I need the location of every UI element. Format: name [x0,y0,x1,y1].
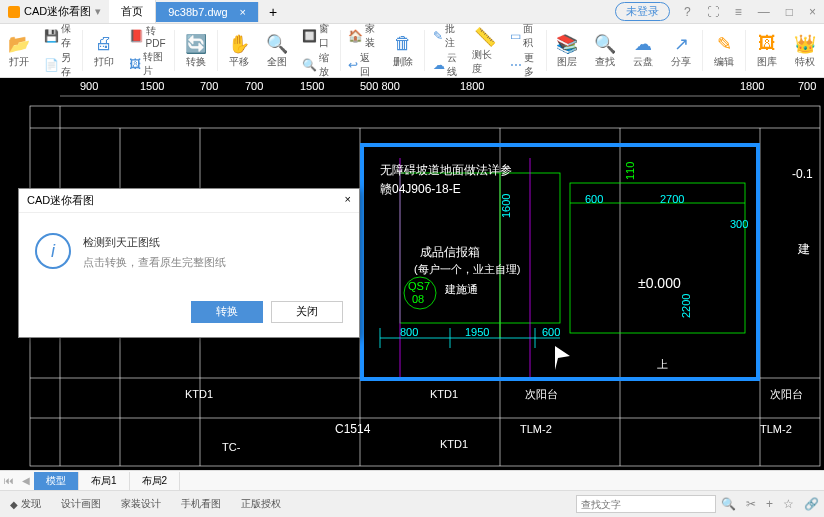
minimize-icon[interactable]: — [750,5,778,19]
maximize-icon[interactable]: □ [778,5,801,19]
tab-prev-icon[interactable]: ◀ [18,475,34,486]
svg-text:-0.1: -0.1 [792,167,813,181]
svg-text:C1514: C1514 [335,422,371,436]
new-tab-button[interactable]: + [259,4,287,20]
delete-button[interactable]: 🗑删除 [384,24,422,77]
svg-text:KTD1: KTD1 [440,438,468,450]
expand-icon[interactable]: ⛶ [699,5,727,19]
zoom-group[interactable]: 🔲窗口 🔍缩放 [296,24,338,77]
svg-text:1800: 1800 [460,80,484,92]
export-group[interactable]: 📕转PDF 🖼转图片 [123,24,173,77]
close-button[interactable]: 关闭 [271,301,343,323]
svg-text:700: 700 [200,80,218,92]
decor-button[interactable]: 家装设计 [111,497,171,511]
screenshot-icon[interactable]: ✂ [741,497,761,511]
save-group[interactable]: 💾保存 📄另存 [38,24,80,77]
layout-tabs: ⏮ ◀ 模型 布局1 布局2 [0,470,824,490]
statusbar: ◆ 发现 设计画图 家装设计 手机看图 正版授权 🔍 ✂ + ☆ 🔗 [0,490,824,517]
gallery-button[interactable]: 🖼图库 [748,24,786,77]
close-window-icon[interactable]: × [801,5,824,19]
privilege-button[interactable]: 👑特权 [786,24,824,77]
search-input[interactable] [576,495,716,513]
drawing-canvas[interactable]: 900 1500 700 700 1500 500 800 1800 1800 … [0,78,824,470]
find-button[interactable]: 🔍查找 [586,24,624,77]
print-button[interactable]: 🖨打印 [85,24,123,77]
model-tab[interactable]: 模型 [34,472,79,490]
svg-text:700: 700 [798,80,816,92]
help-icon[interactable]: ? [676,5,699,19]
tab-home[interactable]: 首页 [109,0,156,23]
svg-text:TLM-2: TLM-2 [760,423,792,435]
svg-text:1500: 1500 [140,80,164,92]
close-icon[interactable]: × [240,6,246,18]
search-icon[interactable]: 🔍 [716,497,741,511]
dialog-close-icon[interactable]: × [345,193,351,208]
svg-text:900: 900 [80,80,98,92]
pan-button[interactable]: ✋平移 [220,24,258,77]
menu-icon[interactable]: ≡ [727,5,750,19]
svg-text:700: 700 [245,80,263,92]
genuine-button[interactable]: 正版授权 [231,497,291,511]
dialog-title: CAD迷你看图 [27,193,94,208]
convert-button[interactable]: 转换 [191,301,263,323]
app-title: CAD迷你看图 ▾ [0,4,109,19]
tab-first-icon[interactable]: ⏮ [0,475,18,486]
selection-highlight [360,143,760,381]
annotate-group[interactable]: ✎批注 ☁云线 [427,24,466,77]
layer-button[interactable]: 📚图层 [548,24,586,77]
plus-icon[interactable]: + [761,497,778,511]
fit-button[interactable]: 🔍全图 [258,24,296,77]
svg-text:KTD1: KTD1 [185,388,213,400]
svg-text:次阳台: 次阳台 [770,388,803,400]
nav-group[interactable]: 🏠家装 ↩返回 [342,24,384,77]
edit-button[interactable]: ✎编辑 [705,24,743,77]
convert-button[interactable]: 🔄转换 [177,24,215,77]
discover-button[interactable]: ◆ 发现 [0,497,51,511]
svg-text:建: 建 [797,242,810,256]
svg-text:次阳台: 次阳台 [525,388,558,400]
svg-text:1800: 1800 [740,80,764,92]
measure-button[interactable]: 📏测长度 [466,24,504,77]
svg-text:500 800: 500 800 [360,80,400,92]
open-button[interactable]: 📂打开 [0,24,38,77]
login-button[interactable]: 未登录 [615,2,670,21]
area-group[interactable]: ▭面积 ⋯更多 [504,24,543,77]
share-button[interactable]: ↗分享 [662,24,700,77]
layout2-tab[interactable]: 布局2 [130,472,181,490]
dialog-message-line1: 检测到天正图纸 [83,233,226,253]
design-button[interactable]: 设计画图 [51,497,111,511]
toolbar: 📂打开 💾保存 📄另存 🖨打印 📕转PDF 🖼转图片 🔄转换 ✋平移 🔍全图 🔲… [0,24,824,78]
dialog-message-line2: 点击转换，查看原生完整图纸 [83,253,226,273]
layout1-tab[interactable]: 布局1 [79,472,130,490]
cloud-button[interactable]: ☁云盘 [624,24,662,77]
svg-text:KTD1: KTD1 [430,388,458,400]
titlebar: CAD迷你看图 ▾ 首页 9c38b7.dwg× + 未登录 ? ⛶ ≡ — □… [0,0,824,24]
bookmark-icon[interactable]: ☆ [778,497,799,511]
svg-text:TLM-2: TLM-2 [520,423,552,435]
svg-text:TC-: TC- [222,441,241,453]
convert-dialog: CAD迷你看图 × i 检测到天正图纸 点击转换，查看原生完整图纸 转换 关闭 [18,188,360,338]
link-icon[interactable]: 🔗 [799,497,824,511]
svg-text:1500: 1500 [300,80,324,92]
info-icon: i [35,233,71,269]
tab-dwg[interactable]: 9c38b7.dwg× [156,2,259,22]
mobile-button[interactable]: 手机看图 [171,497,231,511]
